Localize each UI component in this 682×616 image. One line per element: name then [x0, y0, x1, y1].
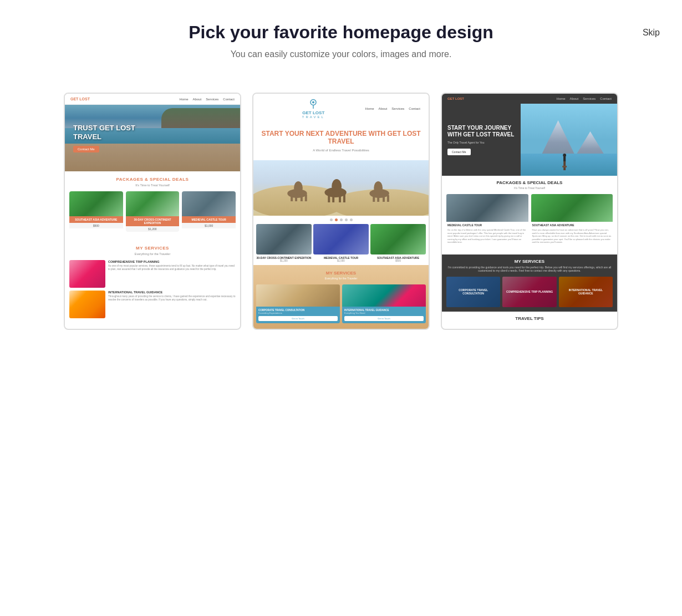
card1-hero-button[interactable]: Contact Me: [73, 146, 99, 152]
card3-services-row: CORPORATE TRAVEL CONSULTATION COMPREHENS…: [446, 277, 613, 307]
nav-link: Services: [583, 97, 596, 100]
card1-pkg-image-2: [126, 191, 180, 216]
card3-hero-button[interactable]: Contact Me: [447, 149, 471, 155]
skip-button[interactable]: Skip: [643, 28, 660, 38]
card3-hero-image: [521, 104, 617, 176]
card1-package-item: SOUTHEAST ASIA ADVENTURE $500: [69, 191, 123, 232]
card1-hero-title: TRUST GET LOST TRAVEL: [73, 124, 145, 141]
card1-service-image-1: [69, 260, 105, 288]
card1-nav-links: Home About Services Contact: [180, 98, 235, 101]
svg-rect-27: [521, 154, 617, 176]
card1-service-text-2: Throughout many years of providing the s…: [108, 295, 236, 302]
nav-link: Services: [391, 107, 404, 110]
card3-package-card-1: MEDIEVAL CASTLE TOUR Go on the trip of a…: [446, 194, 528, 246]
card2-nav-links: Home About Services Contact: [365, 107, 420, 110]
card1-pkg-label-3: MEDIEVAL CASTLE TOUR: [182, 216, 236, 223]
card3-pkg-label-1: MEDIEVAL CASTLE TOUR: [446, 222, 528, 228]
card1-packages-sub: It's Time to Treat Yourself: [65, 184, 240, 191]
card3-pkg-image-2: [531, 194, 613, 222]
card2-service-button-2[interactable]: Get in Touch: [344, 316, 424, 321]
card2-logo: [302, 98, 325, 110]
card2-service-subtitle-1: Exceeding Expectations: [258, 312, 338, 314]
card1-logo: GET LOST: [70, 97, 90, 101]
card2-service-subtitle-2: Everything You Need: [344, 312, 424, 314]
svg-rect-23: [387, 195, 389, 202]
card3-service-label-3: INTERNATIONAL TRAVEL GUIDANCE: [561, 288, 610, 295]
card3-logo: GET LOST: [447, 97, 464, 100]
svg-rect-21: [377, 195, 379, 202]
mountain-scene-svg: [521, 104, 617, 176]
card2-service-content-1: CORPORATE TRAVEL CONSULTATION Exceeding …: [256, 307, 340, 323]
card2-pkg-image-2: [313, 224, 369, 254]
card1-pkg-price-3: $1,000: [182, 223, 236, 228]
card2-packages-grid: 30-DAY CROSS-CONTINENT EXPEDITION $1,200…: [253, 224, 429, 265]
design-card-1[interactable]: GET LOST Home About Services Contact TRU…: [64, 93, 241, 330]
card2-service-image-2: [342, 284, 426, 307]
svg-rect-22: [383, 195, 385, 202]
card2-hero-text: START YOUR NEXT ADVENTURE WITH GET LOST …: [253, 121, 429, 160]
svg-rect-9: [295, 195, 297, 201]
card3-service-overlay-2: COMPREHENSIVE TRIP PLANNING: [502, 277, 556, 307]
svg-point-7: [294, 181, 303, 195]
svg-rect-15: [332, 195, 334, 202]
nav-link: Services: [206, 98, 218, 101]
card1-hero-overlay: TRUST GET LOST TRAVEL Contact Me: [65, 105, 240, 171]
svg-point-30: [563, 154, 566, 157]
card3-pkg-label-2: SOUTHEAST ASIA ADVENTURE: [531, 222, 613, 228]
card2-pkg-title-3: SOUTHEAST ASIA ADVENTURE: [370, 256, 426, 259]
svg-rect-20: [373, 195, 375, 202]
card3-hero-subtitle: The Only Travel Agent for You: [447, 141, 515, 144]
card2-package-2: MEDIEVAL CASTLE TOUR $1,000: [313, 224, 369, 262]
card3-package-card-2: SOUTHEAST ASIA ADVENTURE Have you always…: [531, 194, 613, 246]
nav-link: Home: [180, 98, 189, 101]
card3-services-sub: I'm committed to providing the guidance …: [446, 266, 613, 272]
svg-point-1: [312, 101, 314, 104]
card1-services-section: MY SERVICES Everything for the Traveler …: [65, 237, 240, 327]
card1-packages-list: SOUTHEAST ASIA ADVENTURE $500 30-DAY CRO…: [65, 191, 240, 237]
card2-carousel-dots: [253, 216, 429, 224]
card1-nav: GET LOST Home About Services Contact: [65, 94, 240, 105]
page-subtitle: You can easily customize your colors, im…: [11, 49, 671, 59]
nav-link: Contact: [409, 107, 420, 110]
card2-logo-sub: TRAVEL: [302, 115, 325, 119]
card2-hero-title: START YOUR NEXT ADVENTURE WITH GET LOST …: [259, 130, 423, 146]
card1-hero: TRUST GET LOST TRAVEL Contact Me: [65, 105, 240, 171]
card1-service-content-2: INTERNATIONAL TRAVEL GUIDANCE Throughout…: [108, 291, 236, 318]
card2-pkg-price-1: $1,200: [256, 259, 312, 262]
card3-pkg-image-1: [446, 194, 528, 222]
card2-package-3: SOUTHEAST ASIA ADVENTURE $500: [370, 224, 426, 262]
card3-service-label-1: CORPORATE TRAVEL CONSULTATION: [449, 288, 498, 295]
card3-service-card-3: INTERNATIONAL TRAVEL GUIDANCE: [559, 277, 613, 307]
nav-link: Home: [365, 107, 374, 110]
design-card-2[interactable]: GET LOST TRAVEL Home About Services Cont…: [252, 93, 430, 330]
card3-packages-section: PACKAGES & SPECIAL DEALS It's Time to Tr…: [442, 176, 617, 254]
card3-service-overlay-1: CORPORATE TRAVEL CONSULTATION: [446, 277, 500, 307]
card3-services-section: MY SERVICES I'm committed to providing t…: [442, 254, 617, 312]
card3-nav: GET LOST Home About Services Contact: [442, 94, 617, 104]
card3-packages-row: MEDIEVAL CASTLE TOUR Go on the trip of a…: [446, 194, 613, 246]
card1-pkg-price-1: $500: [69, 223, 123, 228]
carousel-dot: [350, 218, 353, 221]
svg-rect-17: [343, 195, 345, 202]
card2-pkg-image-1: [256, 224, 312, 254]
card1-service-text-1: As one of my most popular services, thes…: [108, 264, 236, 272]
camel-scene: [253, 160, 429, 216]
svg-rect-10: [301, 195, 303, 201]
card1-pkg-label-2: 30-DAY CROSS-CONTINENT EXPEDITION: [126, 216, 180, 226]
card1-pkg-image-3: [182, 191, 236, 216]
carousel-dot: [345, 218, 348, 221]
page-header: Pick your favorite homepage design You c…: [0, 0, 682, 70]
card2-service-button-1[interactable]: Get in Touch: [258, 316, 338, 321]
card2-pkg-price-3: $500: [370, 259, 426, 262]
card3-packages-sub: It's Time to Treat Yourself: [446, 186, 613, 190]
card1-package-item: 30-DAY CROSS-CONTINENT EXPEDITION $1,200: [126, 191, 180, 232]
card2-services-row: CORPORATE TRAVEL CONSULTATION Exceeding …: [256, 284, 426, 323]
card2-services-section: MY SERVICES Everything for the Traveler …: [253, 265, 429, 329]
card2-logo-container: GET LOST TRAVEL: [302, 98, 325, 119]
card1-packages-section: PACKAGES & SPECIAL DEALS It's Time to Tr…: [65, 171, 240, 237]
carousel-dot: [340, 218, 343, 221]
design-card-3[interactable]: GET LOST Home About Services Contact STA…: [441, 93, 618, 330]
card2-service-card-1: CORPORATE TRAVEL CONSULTATION Exceeding …: [256, 284, 340, 323]
card2-service-content-2: INTERNATIONAL TRAVEL GUIDANCE Everything…: [342, 307, 426, 323]
svg-rect-14: [328, 195, 330, 202]
